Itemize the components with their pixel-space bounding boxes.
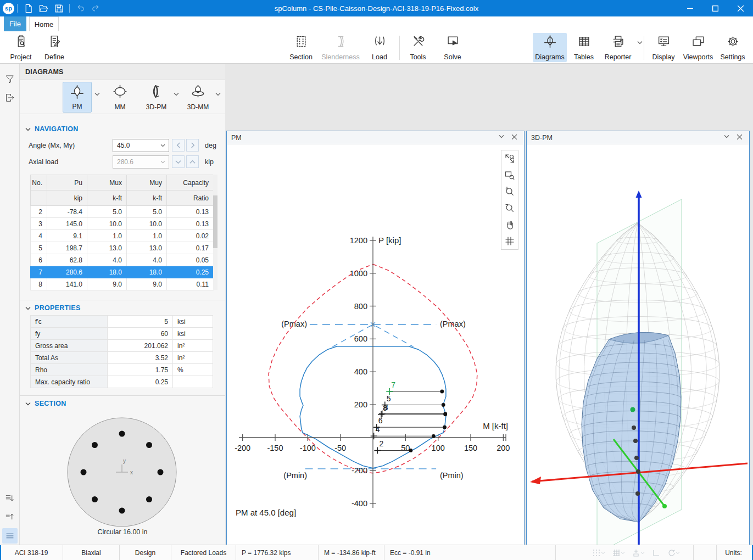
angle-value: 45.0 [117,142,130,149]
zoom-window-button[interactable] [501,167,518,183]
property-cell: in² [173,352,213,364]
zoom-in-button[interactable] [501,183,518,200]
close-button[interactable] [728,0,753,16]
pm-dropdown-icon[interactable] [94,92,100,96]
column-header[interactable]: k-ft [127,191,167,206]
svg-text:(Pmax): (Pmax) [440,320,466,328]
axial-down-button[interactable] [172,155,185,168]
angle-combobox[interactable]: 45.0 [113,139,169,152]
table-row[interactable]: 662.84.04.00.05 [31,254,214,266]
zoom-extents-button[interactable] [501,150,518,167]
column-header[interactable]: Ratio [167,191,214,206]
column-header[interactable]: Capacity [167,175,214,191]
column-header[interactable]: k-ft [87,191,127,206]
pm-interaction-chart: (Pmax)(Pmax)(Pmin)(Pmin)1200100080060040… [227,144,524,560]
display-button[interactable]: Display [648,33,679,62]
tab-home[interactable]: Home [29,16,59,31]
redo-button[interactable] [90,2,102,14]
threed-pm-view[interactable] [527,144,749,560]
ribbon-toolbar: Project Define Section Slenderness Load … [0,31,753,64]
diagram-tab-mm[interactable]: MM [105,82,135,113]
threed-panel-title: 3D-PM [531,134,553,142]
pan-button[interactable] [501,216,518,233]
axial-up-button[interactable] [186,155,199,168]
table-row[interactable]: 5198.713.013.00.17 [31,242,214,254]
diagram-tab-pm[interactable]: PM [63,82,92,113]
diagrams-button[interactable]: Diagrams [533,33,567,62]
table-row[interactable]: 49.11.01.00.02 [31,230,214,242]
table-cell: 4.0 [87,254,127,266]
status-run-option: Design [120,545,171,560]
column-header[interactable]: Muy [127,175,167,191]
axial-load-combobox[interactable]: 280.6 [113,155,169,169]
table-row[interactable]: 7280.618.018.00.25 [31,266,214,278]
properties-section-header[interactable]: PROPERTIES [25,304,81,312]
angle-next-button[interactable] [186,139,199,152]
panel-menu-caret-icon[interactable] [724,135,729,138]
column-header[interactable] [31,191,47,206]
settings-button[interactable]: Settings [717,33,748,62]
table-row[interactable]: 2-78.45.05.00.13 [31,206,214,218]
threed-mm-dropdown-icon[interactable] [215,92,221,96]
snap-icon[interactable] [632,548,645,557]
tables-button[interactable]: Tables [570,33,598,62]
column-header[interactable]: Mux [87,175,127,191]
slenderness-button[interactable]: Slenderness [321,33,360,62]
section-caption: Circular 16.00 in [20,528,225,536]
zoom-out-button[interactable] [501,200,518,216]
svg-text:1000: 1000 [350,269,367,278]
dot-grid-icon[interactable] [592,548,605,557]
table-scrollbar[interactable] [213,175,217,290]
window-title: spColumn - CS-Pile-Caisson-Design-ACI-31… [0,4,753,13]
export-button[interactable] [2,90,18,105]
scrollbar-thumb[interactable] [213,195,217,248]
solve-button[interactable]: Solve [438,33,467,62]
minimize-button[interactable] [677,0,702,16]
section-section-header[interactable]: SECTION [25,400,66,407]
orbit-icon[interactable] [667,548,680,557]
tools-button[interactable]: Tools [405,33,431,62]
table-cell: 13.0 [87,242,127,254]
save-button[interactable] [53,2,65,14]
diagram-tab-3d-pm[interactable]: 3D-PM [142,82,171,113]
undo-button[interactable] [74,2,86,14]
panel-close-icon[interactable] [737,134,743,140]
new-file-button[interactable] [22,2,34,14]
viewports-button[interactable]: Viewports [681,33,716,62]
navigation-section-header[interactable]: NAVIGATION [25,125,79,133]
maximize-button[interactable] [702,0,728,16]
threed-pm-dropdown-icon[interactable] [174,92,179,96]
threed-panel-titlebar: 3D-PM [527,131,749,144]
grid-button[interactable] [501,233,518,249]
reporter-dropdown-icon[interactable] [637,41,643,44]
svg-text:600: 600 [354,334,367,343]
expand-all-button[interactable] [2,491,18,506]
column-header[interactable]: kip [47,191,87,206]
property-row: Total As3.52in² [31,352,213,364]
panel-menu-button[interactable] [2,528,18,544]
table-cell: 0.13 [167,218,214,230]
diagrams-sidebar: DIAGRAMS PM MM 3D-PM 3D-MM [20,64,225,545]
project-button[interactable]: Project [5,33,36,62]
column-header[interactable]: Pu [47,175,87,191]
table-row[interactable]: 3145.010.010.00.13 [31,218,214,230]
reporter-button[interactable]: Reporter [601,33,635,62]
filter-button[interactable] [2,71,18,87]
units-selector[interactable]: Units: [717,545,753,560]
svg-text:-200: -200 [352,466,367,475]
collapse-all-button[interactable] [2,509,18,525]
open-file-button[interactable] [37,2,49,14]
panel-close-icon[interactable] [511,134,517,140]
ortho-icon[interactable] [651,548,660,557]
panel-menu-caret-icon[interactable] [499,135,504,138]
define-button[interactable]: Define [39,33,70,62]
tables-icon [577,35,591,48]
tab-file[interactable]: File [4,16,26,31]
diagram-tab-3d-mm[interactable]: 3D-MM [183,82,213,113]
column-header[interactable]: No. [31,175,47,191]
section-button[interactable]: Section [286,33,316,62]
grid-lines-icon[interactable] [612,548,625,557]
table-row[interactable]: 8141.09.09.00.11 [31,278,214,290]
angle-prev-button[interactable] [172,139,185,152]
load-button[interactable]: Load [366,33,393,62]
